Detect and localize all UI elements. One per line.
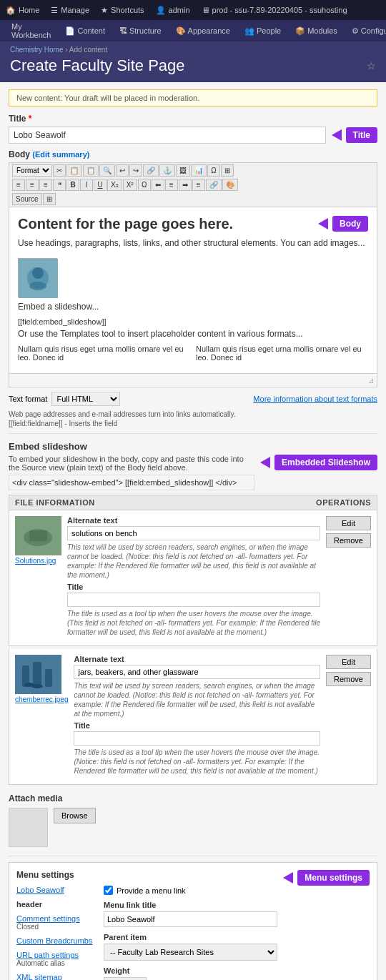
- toolbar-table[interactable]: 📊: [191, 164, 207, 177]
- toolbar-link2[interactable]: 🔗: [206, 179, 222, 191]
- toolbar-special-char[interactable]: Ω: [207, 164, 220, 177]
- toolbar-justify-center[interactable]: ≡: [165, 179, 178, 191]
- embed-code: <div class="slideshow-embed"> [[field:em…: [9, 475, 254, 490]
- file-thumbnail-1: [15, 516, 61, 555]
- toolbar-removeformat[interactable]: Ω: [138, 179, 151, 191]
- home-nav-item[interactable]: 🏠 Home: [6, 6, 39, 15]
- toolbar-italic[interactable]: I: [80, 179, 93, 191]
- editor-embed1: Embed a slideshow...: [18, 302, 368, 312]
- provide-menu-link-row: Provide a menu link: [104, 886, 277, 895]
- toolbar-redo[interactable]: ↪: [129, 164, 142, 177]
- edit-button-2[interactable]: Edit: [326, 655, 371, 669]
- my-workbench-nav[interactable]: My Workbench: [6, 19, 56, 42]
- env-nav-item[interactable]: 🖥 prod - ssu-7.89-20220405 - ssuhosting: [202, 6, 347, 14]
- editor-resize-handle[interactable]: ⊿: [9, 374, 377, 387]
- more-info-link[interactable]: More information about text formats: [253, 395, 377, 403]
- menu-settings-left: Lobo Seawolf header Comment settings Clo…: [16, 886, 95, 980]
- modules-nav[interactable]: 📦 Modules: [290, 24, 343, 39]
- browse-button[interactable]: Browse: [54, 808, 96, 823]
- appearance-nav[interactable]: 🎨 Appearance: [170, 24, 236, 39]
- people-nav[interactable]: 👥 People: [239, 24, 287, 39]
- comment-settings-link[interactable]: Comment settings: [16, 914, 80, 923]
- toolbar-underline[interactable]: U: [94, 179, 107, 191]
- format-select[interactable]: Format: [12, 164, 52, 177]
- embed-slideshow-title: Embed slideshow: [9, 441, 377, 452]
- menu-link-title-label: Menu link title: [104, 901, 277, 909]
- toolbar-justify-right[interactable]: ➡: [179, 179, 192, 191]
- body-field-label: Body (Edit summary): [9, 149, 377, 159]
- title-label-2: Title: [74, 721, 320, 730]
- menu-link-title-input[interactable]: [104, 911, 277, 927]
- svg-rect-6: [29, 530, 47, 541]
- toolbar-fullscreen[interactable]: ⊞: [43, 193, 56, 205]
- favorite-icon[interactable]: ☆: [367, 60, 376, 71]
- alt-text-input-2[interactable]: [74, 665, 320, 679]
- edit-summary-link[interactable]: (Edit summary): [32, 150, 89, 159]
- toolbar-bold[interactable]: B: [66, 179, 79, 191]
- parent-item-select[interactable]: -- Faculty Lab Research Sites: [104, 944, 277, 961]
- title-note-2: The title is used as a tool tip when the…: [74, 748, 320, 776]
- content-nav[interactable]: 📄 Content: [59, 24, 111, 39]
- toolbar-color[interactable]: 🎨: [222, 179, 238, 191]
- attach-media-label: Attach media: [9, 793, 377, 803]
- title-input-1[interactable]: [67, 593, 320, 607]
- alt-text-input-1[interactable]: [67, 526, 320, 540]
- structure-nav[interactable]: 🏗 Structure: [114, 24, 167, 38]
- text-format-select[interactable]: Full HTML Filtered HTML Plain text: [51, 392, 120, 406]
- lobo-seawolf-link[interactable]: Lobo Seawolf: [16, 886, 64, 894]
- toolbar-more[interactable]: ⊞: [221, 164, 234, 177]
- toolbar-paste[interactable]: 📋: [83, 164, 99, 177]
- remove-button-1[interactable]: Remove: [326, 533, 371, 548]
- file-info-row: Solutions.jpg Alternate text This text w…: [9, 510, 377, 646]
- toolbar-cut[interactable]: ✂: [53, 164, 66, 177]
- svg-point-12: [31, 684, 43, 688]
- shortcuts-nav-item[interactable]: ★ Shortcuts: [101, 6, 144, 15]
- editor-code1: [[field:embed_slideshow]]: [18, 317, 368, 326]
- editor-toolbar: Format ✂ 📋 📋 🔍 ↩ ↪ 🔗 ⚓ 🖼 📊 Ω ⊞ ≡ ≡ ≡ ❝: [9, 162, 377, 207]
- toolbar-find[interactable]: 🔍: [99, 164, 115, 177]
- configuration-nav[interactable]: ⚙ Configuration: [346, 24, 386, 39]
- xml-sitemap-link[interactable]: XML sitemap: [16, 973, 62, 980]
- editor-area[interactable]: Content for the page goes here. Body Use…: [9, 207, 377, 374]
- url-path-settings-link[interactable]: URL path settings: [16, 951, 79, 959]
- editor-lorem: Nullam quis risus eget urna mollis ornar…: [18, 345, 368, 362]
- toolbar-blockquote[interactable]: ❝: [53, 179, 66, 191]
- file-name-2[interactable]: chemberrec.jpeg: [15, 696, 68, 703]
- custom-breadcrumbs-link[interactable]: Custom Breadcrumbs: [16, 936, 92, 945]
- editor-image: [18, 258, 57, 297]
- page-title: Create Faculty Site Page: [10, 56, 185, 75]
- provide-menu-link-checkbox[interactable]: [104, 886, 113, 895]
- toolbar-ul[interactable]: ≡: [12, 179, 25, 191]
- toolbar-subscript[interactable]: X₂: [107, 179, 122, 191]
- remove-button-2[interactable]: Remove: [326, 672, 371, 686]
- toolbar-indent[interactable]: ≡: [39, 179, 52, 191]
- manage-nav-item[interactable]: ☰ Manage: [51, 6, 89, 15]
- file-name-1[interactable]: Solutions.jpg: [15, 557, 61, 565]
- toolbar-superscript[interactable]: X²: [123, 179, 137, 191]
- toolbar-ol[interactable]: ≡: [26, 179, 39, 191]
- file-ops-1: Edit Remove: [326, 516, 371, 640]
- toolbar-image[interactable]: 🖼: [176, 164, 190, 177]
- toolbar-source[interactable]: Source: [12, 193, 42, 205]
- embed-instructions: To embed your slideshow in the body, cop…: [9, 455, 254, 472]
- edit-button-1[interactable]: Edit: [326, 516, 371, 530]
- toolbar-anchor[interactable]: ⚓: [159, 164, 175, 177]
- title-input-2[interactable]: [74, 731, 320, 746]
- embedded-slideshow-annotation: Embedded Slideshow: [260, 455, 377, 470]
- toolbar-copy[interactable]: 📋: [66, 164, 82, 177]
- embed-slideshow-section: Embed slideshow To embed your slideshow …: [9, 441, 377, 495]
- toolbar-justify-full[interactable]: ≡: [192, 179, 205, 191]
- draft-notice: New content: Your draft will be placed i…: [9, 89, 377, 107]
- toolbar-justify-left[interactable]: ⬅: [152, 179, 164, 191]
- menu-settings-annotation: Menu settings: [283, 870, 370, 886]
- title-input[interactable]: [9, 127, 326, 144]
- parent-item-label: Parent item: [104, 933, 277, 941]
- text-format-row: Text format Full HTML Filtered HTML Plai…: [9, 392, 377, 406]
- toolbar-undo[interactable]: ↩: [116, 164, 129, 177]
- file-details-2: Alternate text This text will be used by…: [74, 655, 320, 778]
- header-label: header: [16, 900, 95, 909]
- filter-tip2: [[field:fieldname]] - Inserts the field: [9, 420, 377, 427]
- admin-nav-item[interactable]: 👤 admin: [156, 6, 190, 15]
- weight-select[interactable]: 0: [104, 977, 147, 980]
- toolbar-link[interactable]: 🔗: [143, 164, 159, 177]
